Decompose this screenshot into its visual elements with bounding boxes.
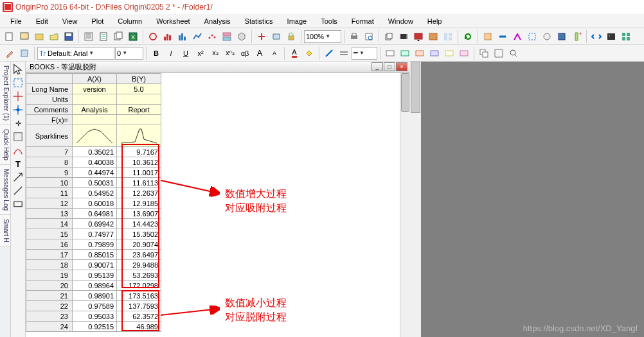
row-header[interactable]: 9 bbox=[26, 168, 73, 178]
data-cell-A[interactable]: 0.95033 bbox=[73, 311, 117, 322]
data-cell-A[interactable]: 0.69942 bbox=[73, 219, 117, 229]
refresh-icon[interactable] bbox=[461, 30, 475, 44]
compute-icon[interactable] bbox=[255, 30, 269, 44]
data-cell-B[interactable]: 9.7167 bbox=[117, 147, 161, 157]
data-cell-B[interactable]: 10.3612 bbox=[117, 157, 161, 168]
data-cell-A[interactable]: 0.98901 bbox=[73, 291, 117, 301]
line-width-combo[interactable]: ━▼ bbox=[352, 47, 377, 60]
data-cell-A[interactable]: 0.90071 bbox=[73, 260, 117, 270]
row-header[interactable]: 13 bbox=[26, 209, 73, 219]
theme-icon[interactable] bbox=[17, 46, 31, 60]
row-header[interactable]: 18 bbox=[26, 260, 73, 270]
format-copy-icon[interactable] bbox=[3, 46, 17, 60]
zoom-rect-icon[interactable] bbox=[12, 76, 24, 89]
cell-units-B[interactable] bbox=[117, 94, 161, 105]
console-icon[interactable] bbox=[604, 30, 618, 44]
digitizer-icon[interactable] bbox=[510, 30, 524, 44]
graph-bar-icon[interactable] bbox=[175, 30, 190, 44]
layer-icon[interactable] bbox=[477, 46, 491, 60]
font-color-icon[interactable]: A bbox=[287, 46, 301, 60]
menu-statistics[interactable]: Statistics bbox=[238, 16, 280, 26]
data-cell-B[interactable]: 14.4423 bbox=[117, 219, 161, 229]
cell-comments-B[interactable]: Report bbox=[117, 105, 161, 115]
bold-icon[interactable]: B bbox=[149, 46, 163, 60]
data-cell-A[interactable]: 0.85015 bbox=[73, 250, 117, 260]
data-cell-A[interactable]: 0.74977 bbox=[73, 229, 117, 239]
row-header[interactable]: 14 bbox=[26, 219, 73, 229]
data-reader-icon[interactable] bbox=[12, 103, 24, 116]
batch-icon[interactable] bbox=[269, 30, 283, 44]
meta-longname[interactable]: Long Name bbox=[26, 84, 73, 94]
reader-icon[interactable] bbox=[12, 90, 24, 103]
meta-sparklines[interactable]: Sparklines bbox=[26, 125, 73, 147]
row-header[interactable]: 12 bbox=[26, 198, 73, 209]
row-header[interactable]: 8 bbox=[26, 157, 73, 168]
menu-analysis[interactable]: Analysis bbox=[198, 16, 237, 26]
workbook-titlebar[interactable]: BOOKS - 等温吸脱附 _ □ × bbox=[26, 62, 410, 73]
menu-help[interactable]: Help bbox=[421, 16, 449, 26]
menu-image[interactable]: Image bbox=[281, 16, 314, 26]
cell-fx-A[interactable] bbox=[73, 115, 117, 125]
line-tool-icon[interactable] bbox=[12, 184, 24, 197]
print-preview-icon[interactable] bbox=[362, 30, 376, 44]
window-close-icon[interactable]: × bbox=[396, 62, 407, 71]
menu-plot[interactable]: Plot bbox=[85, 16, 110, 26]
graph-stack-icon[interactable] bbox=[220, 30, 234, 44]
row-header[interactable]: 16 bbox=[26, 239, 73, 250]
cursor-cross-icon[interactable]: ✛ bbox=[12, 117, 24, 130]
mask-icon[interactable] bbox=[12, 130, 24, 143]
data-cell-B[interactable]: 12.9185 bbox=[117, 198, 161, 209]
sparkline-A[interactable] bbox=[73, 125, 117, 147]
data-cell-B[interactable]: 53.2693 bbox=[117, 270, 161, 281]
menu-column[interactable]: Column bbox=[111, 16, 148, 26]
supsub-icon[interactable]: xⁿ₂ bbox=[223, 46, 237, 60]
font-increase-icon[interactable]: A bbox=[253, 46, 267, 60]
arrow-tool-icon[interactable] bbox=[12, 171, 24, 184]
data-cell-B[interactable]: 172.0298 bbox=[117, 281, 161, 291]
save-icon[interactable] bbox=[62, 30, 76, 44]
layout-icon[interactable] bbox=[441, 30, 455, 44]
pointer-icon[interactable] bbox=[12, 63, 24, 76]
data-cell-B[interactable]: 46.989 bbox=[117, 322, 161, 332]
meta-comments[interactable]: Comments bbox=[26, 105, 73, 115]
menu-worksheet[interactable]: Worksheet bbox=[150, 16, 196, 26]
data-cell-B[interactable]: 12.2637 bbox=[117, 188, 161, 198]
wk-f-icon[interactable] bbox=[457, 46, 471, 60]
draw-icon[interactable] bbox=[12, 144, 24, 157]
row-header[interactable]: 10 bbox=[26, 178, 73, 188]
row-header[interactable]: 15 bbox=[26, 229, 73, 239]
new-worksheet-icon[interactable] bbox=[17, 30, 31, 44]
slideshow-icon[interactable] bbox=[411, 30, 425, 44]
sidebar-smart-hint[interactable]: Smart H bbox=[0, 215, 10, 247]
cell-fx-B[interactable] bbox=[117, 115, 161, 125]
import-single-icon[interactable] bbox=[96, 30, 111, 44]
overlay-icon[interactable] bbox=[492, 46, 506, 60]
data-cell-B[interactable]: 62.3572 bbox=[117, 311, 161, 322]
data-cell-A[interactable]: 0.95139 bbox=[73, 270, 117, 281]
superscript-icon[interactable]: x² bbox=[193, 46, 208, 60]
add-column-icon[interactable]: + bbox=[569, 30, 584, 44]
data-cell-A[interactable]: 0.92515 bbox=[73, 322, 117, 332]
data-cell-B[interactable]: 11.0017 bbox=[117, 168, 161, 178]
splitter-scroll[interactable] bbox=[410, 62, 421, 337]
menu-format[interactable]: Format bbox=[345, 16, 380, 26]
print-icon[interactable] bbox=[347, 30, 361, 44]
data-cell-B[interactable]: 20.9074 bbox=[117, 239, 161, 250]
wk-e-icon[interactable] bbox=[442, 46, 456, 60]
row-header[interactable]: 19 bbox=[26, 270, 73, 281]
meta-fx[interactable]: F(x)= bbox=[26, 115, 73, 125]
graph-scatter-icon[interactable] bbox=[205, 30, 219, 44]
cell-longname-B[interactable]: 5.0 bbox=[117, 84, 161, 94]
sidebar-quick-help[interactable]: Quick Help bbox=[0, 125, 10, 165]
data-cell-B[interactable]: 173.5163 bbox=[117, 291, 161, 301]
column-header-A[interactable]: A(X) bbox=[73, 74, 117, 84]
code-icon[interactable] bbox=[589, 30, 604, 44]
font-size-combo[interactable]: 0▼ bbox=[115, 47, 143, 60]
import-multi-icon[interactable] bbox=[111, 30, 125, 44]
menu-file[interactable]: File bbox=[4, 16, 28, 26]
cell-units-A[interactable] bbox=[73, 94, 117, 105]
menu-tools[interactable]: Tools bbox=[314, 16, 344, 26]
python-icon[interactable] bbox=[555, 30, 569, 44]
data-cell-A[interactable]: 0.79899 bbox=[73, 239, 117, 250]
line-color-icon[interactable] bbox=[322, 46, 336, 60]
